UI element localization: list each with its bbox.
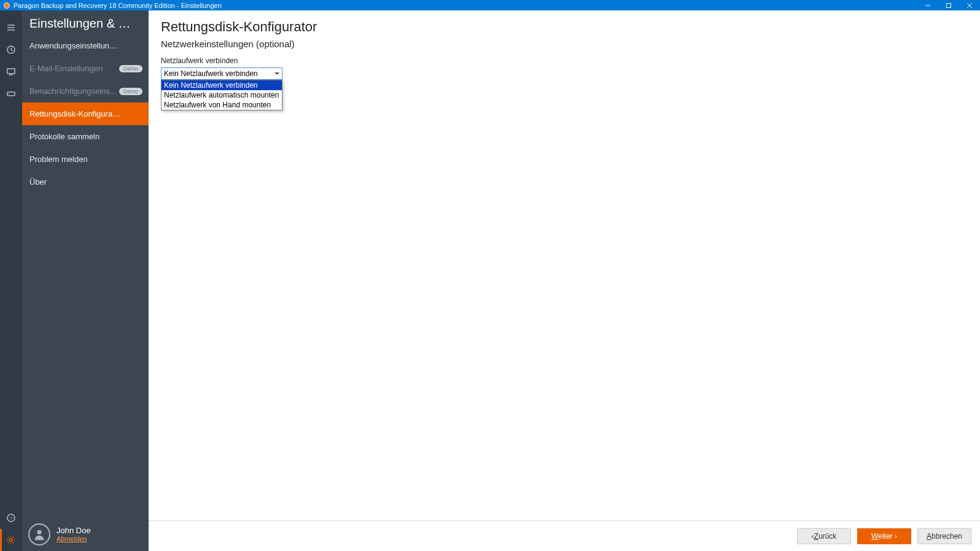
main-panel: Rettungsdisk-Konfigurator Netzwerkeinste… — [149, 10, 980, 551]
network-drive-dropdown: Kein Netzlaufwerk verbinden Netzlaufwerk… — [161, 80, 282, 110]
window-title: Paragon Backup and Recovery 18 Community… — [14, 2, 222, 9]
svg-point-16 — [10, 539, 12, 541]
hamburger-icon[interactable] — [0, 17, 22, 39]
page-subtitle: Netzwerkeinstellungen (optional) — [161, 39, 968, 49]
close-button[interactable] — [959, 0, 980, 10]
svg-line-22 — [13, 542, 14, 542]
user-name: John Doe — [56, 526, 91, 535]
demo-badge: Demo — [119, 88, 142, 95]
sidebar-item-label: Benachrichtigungseins... — [29, 87, 117, 96]
sidebar-item-label: Anwendungseinstellungen — [29, 41, 122, 50]
sidebar-item-report-problem[interactable]: Problem melden — [22, 148, 149, 171]
svg-rect-1 — [947, 3, 951, 7]
app-icon — [4, 2, 10, 9]
svg-marker-26 — [274, 72, 279, 75]
svg-line-23 — [13, 537, 14, 538]
sidebar-item-label: Protokolle sammeln — [29, 132, 99, 141]
help-icon[interactable]: ? — [0, 507, 22, 529]
sidebar-item-notifications[interactable]: Benachrichtigungseins... Demo — [22, 80, 149, 102]
sidebar-item-label: Über — [29, 177, 47, 187]
sidebar-item-about[interactable]: Über — [22, 171, 149, 193]
sidebar-item-email[interactable]: E-Mail-Einstellungen Demo — [22, 57, 149, 80]
svg-line-9 — [11, 50, 13, 51]
sidebar-item-label: E-Mail-Einstellungen — [29, 64, 103, 73]
logout-link[interactable]: Abmelden — [56, 535, 91, 542]
demo-badge: Demo — [119, 65, 142, 72]
svg-line-21 — [8, 537, 9, 538]
select-value: Kein Netzlaufwerk verbinden — [164, 69, 258, 78]
svg-rect-10 — [7, 69, 15, 74]
svg-line-24 — [8, 542, 9, 542]
dropdown-option[interactable]: Netzlaufwerk von Hand mounten — [161, 100, 282, 110]
dropdown-option[interactable]: Kein Netzlaufwerk verbinden — [161, 80, 282, 90]
svg-rect-12 — [7, 92, 15, 96]
maximize-button[interactable] — [938, 0, 959, 10]
sidebar-item-collect-logs[interactable]: Protokolle sammeln — [22, 125, 149, 148]
network-drive-select[interactable]: Kein Netzlaufwerk verbinden — [161, 67, 282, 80]
page-title: Rettungsdisk-Konfigurator — [161, 19, 968, 35]
sidebar-item-label: Rettungsdisk-Konfigurator — [29, 109, 122, 118]
next-button[interactable]: Weiter › — [857, 528, 911, 544]
svg-text:?: ? — [10, 515, 13, 521]
cancel-button[interactable]: Abbrechen — [917, 528, 971, 544]
field-label-network-drive: Netzlaufwerk verbinden — [161, 56, 968, 65]
chevron-down-icon — [273, 69, 281, 78]
dropdown-option[interactable]: Netzlaufwerk automatisch mounten — [161, 90, 282, 100]
user-panel: John Doe Abmelden — [22, 517, 149, 551]
monitor-icon[interactable] — [0, 61, 22, 83]
settings-icon[interactable] — [0, 529, 22, 551]
avatar-icon — [28, 523, 50, 545]
sidebar: Einstellungen & Werk... Anwendungseinste… — [22, 10, 149, 551]
sidebar-item-rescue-disk[interactable]: Rettungsdisk-Konfigurator — [22, 102, 149, 125]
sidebar-item-app-settings[interactable]: Anwendungseinstellungen — [22, 34, 149, 57]
iconbar: ? — [0, 10, 22, 551]
back-button[interactable]: ‹ Zurück — [797, 528, 851, 544]
wizard-footer: ‹ Zurück Weiter › Abbrechen — [149, 520, 980, 551]
svg-point-13 — [9, 93, 10, 94]
svg-point-25 — [37, 530, 41, 534]
clock-icon[interactable] — [0, 39, 22, 61]
minimize-button[interactable] — [917, 0, 938, 10]
drive-icon[interactable] — [0, 83, 22, 105]
titlebar: Paragon Backup and Recovery 18 Community… — [0, 0, 980, 10]
sidebar-title: Einstellungen & Werk... — [22, 10, 149, 34]
window-controls — [917, 0, 980, 10]
sidebar-item-label: Problem melden — [29, 155, 88, 164]
